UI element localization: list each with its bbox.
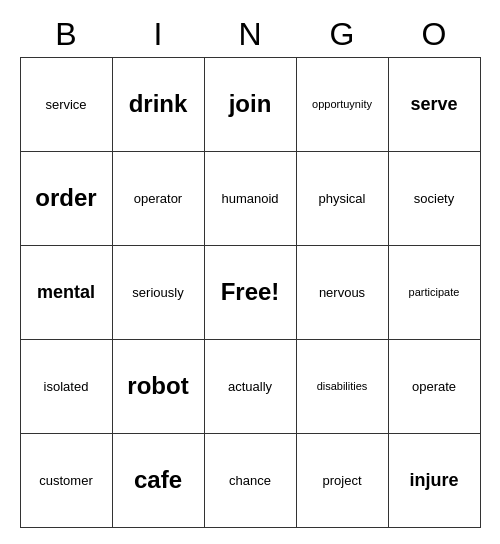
cell-0-4: serve bbox=[389, 58, 481, 152]
bingo-card: BINGO servicedrinkjoinopportuynityserveo… bbox=[10, 6, 491, 538]
cell-0-1: drink bbox=[113, 58, 205, 152]
cell-2-4: participate bbox=[389, 246, 481, 340]
cell-text-3-1: robot bbox=[127, 372, 188, 401]
cell-0-2: join bbox=[205, 58, 297, 152]
cell-text-2-1: seriously bbox=[132, 285, 183, 301]
cell-text-1-3: physical bbox=[319, 191, 366, 207]
cell-text-1-0: order bbox=[35, 184, 96, 213]
cell-4-3: project bbox=[297, 434, 389, 528]
cell-1-1: operator bbox=[113, 152, 205, 246]
cell-text-4-1: cafe bbox=[134, 466, 182, 495]
cell-3-1: robot bbox=[113, 340, 205, 434]
header-letter-O: O bbox=[388, 16, 480, 53]
cell-3-2: actually bbox=[205, 340, 297, 434]
cell-text-1-1: operator bbox=[134, 191, 182, 207]
cell-text-3-0: isolated bbox=[44, 379, 89, 395]
cell-text-0-4: serve bbox=[410, 94, 457, 116]
cell-text-3-4: operate bbox=[412, 379, 456, 395]
bingo-header: BINGO bbox=[20, 16, 480, 53]
cell-3-3: disabilities bbox=[297, 340, 389, 434]
cell-text-0-2: join bbox=[229, 90, 272, 119]
cell-text-0-3: opportuynity bbox=[312, 98, 372, 111]
bingo-grid: servicedrinkjoinopportuynityserveorderop… bbox=[20, 57, 481, 528]
cell-text-2-0: mental bbox=[37, 282, 95, 304]
cell-2-2: Free! bbox=[205, 246, 297, 340]
cell-2-3: nervous bbox=[297, 246, 389, 340]
cell-1-2: humanoid bbox=[205, 152, 297, 246]
cell-text-0-1: drink bbox=[129, 90, 188, 119]
cell-4-0: customer bbox=[21, 434, 113, 528]
cell-text-2-2: Free! bbox=[221, 278, 280, 307]
cell-1-4: society bbox=[389, 152, 481, 246]
cell-text-4-3: project bbox=[322, 473, 361, 489]
cell-text-0-0: service bbox=[45, 97, 86, 113]
cell-text-1-4: society bbox=[414, 191, 454, 207]
cell-1-3: physical bbox=[297, 152, 389, 246]
cell-0-3: opportuynity bbox=[297, 58, 389, 152]
cell-4-2: chance bbox=[205, 434, 297, 528]
cell-text-4-0: customer bbox=[39, 473, 92, 489]
cell-text-2-4: participate bbox=[409, 286, 460, 299]
header-letter-N: N bbox=[204, 16, 296, 53]
cell-1-0: order bbox=[21, 152, 113, 246]
header-letter-I: I bbox=[112, 16, 204, 53]
cell-text-4-4: injure bbox=[409, 470, 458, 492]
cell-3-0: isolated bbox=[21, 340, 113, 434]
cell-0-0: service bbox=[21, 58, 113, 152]
cell-text-4-2: chance bbox=[229, 473, 271, 489]
header-letter-B: B bbox=[20, 16, 112, 53]
cell-4-1: cafe bbox=[113, 434, 205, 528]
cell-text-3-2: actually bbox=[228, 379, 272, 395]
cell-2-0: mental bbox=[21, 246, 113, 340]
header-letter-G: G bbox=[296, 16, 388, 53]
cell-text-3-3: disabilities bbox=[317, 380, 368, 393]
cell-text-2-3: nervous bbox=[319, 285, 365, 301]
cell-2-1: seriously bbox=[113, 246, 205, 340]
cell-3-4: operate bbox=[389, 340, 481, 434]
cell-4-4: injure bbox=[389, 434, 481, 528]
cell-text-1-2: humanoid bbox=[221, 191, 278, 207]
